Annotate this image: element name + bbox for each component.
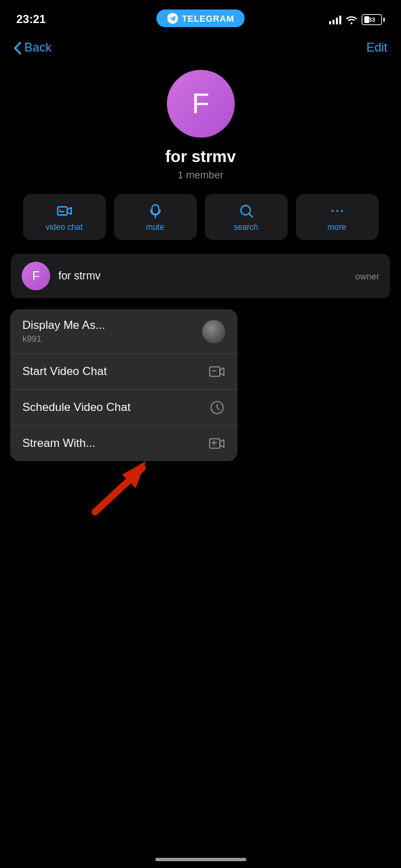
mute-label: mute (146, 222, 164, 232)
telegram-pill: TELEGRAM (156, 9, 245, 27)
start-video-chat-item[interactable]: Start Video Chat (10, 354, 237, 390)
video-chat-button[interactable]: video chat (23, 194, 106, 240)
mute-icon (147, 203, 164, 219)
status-icons: 33 (329, 14, 385, 25)
display-me-as-subtitle: k991 (22, 334, 105, 344)
back-label: Back (24, 41, 52, 55)
status-time: 23:21 (16, 13, 45, 26)
profile-subtitle: 1 member (178, 169, 224, 180)
members-section: F for strmv owner (0, 254, 401, 298)
start-video-chat-title: Start Video Chat (22, 365, 107, 378)
schedule-video-chat-item[interactable]: Schedule Video Chat (10, 390, 237, 426)
more-label: more (328, 222, 346, 232)
member-avatar: F (22, 262, 50, 290)
schedule-video-chat-title: Schedule Video Chat (22, 401, 130, 414)
stream-with-title: Stream With... (22, 437, 96, 450)
edit-button[interactable]: Edit (366, 41, 387, 55)
svg-point-7 (336, 210, 338, 212)
telegram-icon (167, 13, 178, 24)
more-button[interactable]: more (296, 194, 379, 240)
display-me-avatar (202, 320, 225, 343)
profile-name: for strmv (165, 147, 235, 166)
action-row: video chat mute search more (0, 194, 401, 254)
back-button[interactable]: Back (14, 41, 52, 55)
avatar: F (167, 70, 235, 138)
member-name: for strmv (58, 270, 100, 282)
display-me-as-item[interactable]: Display Me As... k991 (10, 309, 237, 354)
red-arrow-icon (81, 454, 163, 536)
member-info: F for strmv (22, 262, 100, 290)
member-row[interactable]: F for strmv owner (11, 254, 390, 298)
battery-indicator: 33 (362, 14, 385, 25)
mute-button[interactable]: mute (114, 194, 197, 240)
start-video-chat-icon (209, 363, 225, 380)
video-chat-icon (56, 203, 73, 219)
nav-bar: Back Edit (0, 35, 401, 63)
svg-rect-9 (210, 367, 220, 376)
svg-point-6 (331, 210, 333, 212)
status-bar: 23:21 TELEGRAM 33 (0, 0, 401, 35)
signal-icon (329, 15, 341, 24)
profile-section: F for strmv 1 member (0, 63, 401, 194)
member-role: owner (356, 271, 379, 281)
home-indicator (155, 858, 246, 861)
wifi-icon (345, 15, 358, 24)
search-icon (238, 203, 254, 219)
svg-point-8 (341, 210, 343, 212)
svg-rect-12 (210, 439, 220, 448)
telegram-label: TELEGRAM (182, 14, 234, 24)
video-chat-label: video chat (45, 222, 83, 232)
display-me-as-title: Display Me As... (22, 319, 105, 332)
arrow-pointer (81, 454, 163, 538)
search-button[interactable]: search (205, 194, 288, 240)
back-chevron-icon (14, 41, 22, 55)
schedule-clock-icon (209, 399, 225, 416)
search-label: search (233, 222, 258, 232)
svg-line-5 (249, 214, 252, 217)
svg-rect-0 (58, 207, 67, 215)
stream-icon (209, 435, 225, 452)
more-icon (329, 203, 345, 219)
dropdown-menu: Display Me As... k991 Start Video Chat S… (10, 309, 237, 461)
